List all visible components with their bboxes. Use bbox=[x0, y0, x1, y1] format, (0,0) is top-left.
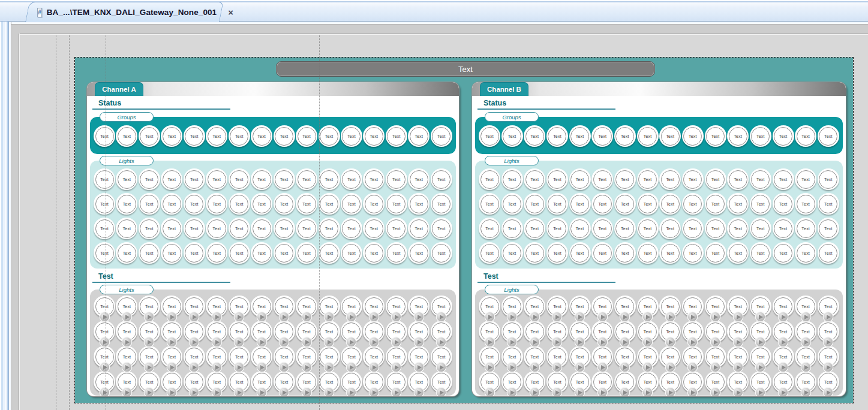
test-light-button[interactable]: Text bbox=[750, 321, 771, 342]
test-light-button[interactable]: Text bbox=[569, 321, 591, 342]
light-button[interactable]: Text bbox=[274, 218, 295, 239]
test-light-button[interactable]: Text bbox=[773, 296, 794, 317]
light-button[interactable]: Text bbox=[229, 193, 250, 215]
group-button[interactable]: Text bbox=[319, 125, 340, 147]
channel-a-panel[interactable]: Channel A Status Groups TextTextTextText… bbox=[87, 82, 459, 396]
light-button[interactable]: Text bbox=[614, 218, 636, 239]
test-light-button[interactable]: Text bbox=[727, 371, 749, 393]
light-button[interactable]: Text bbox=[363, 218, 385, 239]
light-button[interactable]: Text bbox=[184, 168, 205, 190]
test-light-button[interactable]: Text bbox=[546, 321, 568, 342]
light-button[interactable]: Text bbox=[773, 242, 794, 264]
test-light-button[interactable]: Text bbox=[116, 371, 137, 393]
light-button[interactable]: Text bbox=[659, 193, 681, 215]
test-light-button[interactable]: Text bbox=[591, 321, 613, 342]
light-button[interactable]: Text bbox=[546, 168, 568, 190]
light-button[interactable]: Text bbox=[659, 218, 681, 239]
group-button[interactable]: Text bbox=[251, 125, 272, 147]
light-button[interactable]: Text bbox=[206, 193, 227, 215]
test-light-button[interactable]: Text bbox=[501, 296, 523, 317]
test-light-button[interactable]: Text bbox=[408, 371, 430, 393]
test-light-button[interactable]: Text bbox=[818, 346, 839, 367]
test-light-button[interactable]: Text bbox=[705, 296, 726, 317]
light-button[interactable]: Text bbox=[773, 218, 794, 239]
light-button[interactable]: Text bbox=[274, 168, 295, 190]
group-button[interactable]: Text bbox=[139, 125, 160, 147]
light-button[interactable]: Text bbox=[591, 218, 613, 239]
test-light-button[interactable]: Text bbox=[116, 346, 137, 367]
test-light-button[interactable]: Text bbox=[94, 346, 115, 367]
test-light-button[interactable]: Text bbox=[659, 321, 681, 342]
light-button[interactable]: Text bbox=[795, 168, 816, 190]
light-button[interactable]: Text bbox=[795, 193, 816, 215]
light-button[interactable]: Text bbox=[206, 242, 227, 264]
test-light-button[interactable]: Text bbox=[591, 296, 613, 317]
light-button[interactable]: Text bbox=[818, 193, 839, 215]
group-button[interactable]: Text bbox=[206, 125, 227, 147]
light-button[interactable]: Text bbox=[161, 193, 182, 215]
test-light-button[interactable]: Text bbox=[659, 296, 681, 317]
test-light-button[interactable]: Text bbox=[363, 296, 385, 317]
test-light-button[interactable]: Text bbox=[341, 346, 362, 367]
light-button[interactable]: Text bbox=[569, 218, 591, 239]
group-button[interactable]: Text bbox=[659, 125, 681, 147]
light-button[interactable]: Text bbox=[614, 168, 636, 190]
light-button[interactable]: Text bbox=[705, 242, 726, 264]
group-button[interactable]: Text bbox=[795, 125, 816, 147]
test-light-button[interactable]: Text bbox=[116, 296, 137, 317]
test-light-button[interactable]: Text bbox=[705, 371, 726, 393]
light-button[interactable]: Text bbox=[341, 168, 362, 190]
light-button[interactable]: Text bbox=[386, 218, 407, 239]
group-button[interactable]: Text bbox=[818, 125, 839, 147]
light-button[interactable]: Text bbox=[363, 168, 385, 190]
light-button[interactable]: Text bbox=[614, 242, 636, 264]
light-button[interactable]: Text bbox=[637, 168, 659, 190]
test-light-button[interactable]: Text bbox=[274, 371, 295, 393]
light-button[interactable]: Text bbox=[682, 242, 704, 264]
light-button[interactable]: Text bbox=[727, 193, 749, 215]
test-light-button[interactable]: Text bbox=[591, 346, 613, 367]
test-light-button[interactable]: Text bbox=[750, 296, 771, 317]
test-light-button[interactable]: Text bbox=[773, 321, 794, 342]
light-button[interactable]: Text bbox=[184, 218, 205, 239]
test-light-button[interactable]: Text bbox=[386, 371, 407, 393]
light-button[interactable]: Text bbox=[727, 168, 749, 190]
test-light-button[interactable]: Text bbox=[524, 371, 545, 393]
light-button[interactable]: Text bbox=[501, 242, 523, 264]
group-button[interactable]: Text bbox=[591, 125, 613, 147]
group-button[interactable]: Text bbox=[116, 125, 137, 147]
light-button[interactable]: Text bbox=[229, 218, 250, 239]
test-light-button[interactable]: Text bbox=[479, 371, 500, 393]
light-button[interactable]: Text bbox=[818, 242, 839, 264]
test-light-button[interactable]: Text bbox=[386, 321, 407, 342]
light-button[interactable]: Text bbox=[296, 242, 317, 264]
group-button[interactable]: Text bbox=[296, 125, 317, 147]
light-button[interactable]: Text bbox=[659, 168, 681, 190]
test-light-button[interactable]: Text bbox=[501, 371, 523, 393]
light-button[interactable]: Text bbox=[569, 242, 591, 264]
test-light-button[interactable]: Text bbox=[569, 346, 591, 367]
light-button[interactable]: Text bbox=[705, 218, 726, 239]
light-button[interactable]: Text bbox=[431, 218, 452, 239]
test-light-button[interactable]: Text bbox=[251, 296, 272, 317]
test-light-button[interactable]: Text bbox=[139, 296, 160, 317]
light-button[interactable]: Text bbox=[139, 218, 160, 239]
test-light-button[interactable]: Text bbox=[251, 321, 272, 342]
test-light-button[interactable]: Text bbox=[773, 346, 794, 367]
light-button[interactable]: Text bbox=[139, 193, 160, 215]
test-light-button[interactable]: Text bbox=[408, 321, 430, 342]
light-button[interactable]: Text bbox=[341, 242, 362, 264]
test-light-button[interactable]: Text bbox=[296, 296, 317, 317]
test-light-button[interactable]: Text bbox=[795, 371, 816, 393]
channel-a-tab[interactable]: Channel A bbox=[95, 82, 143, 96]
test-light-button[interactable]: Text bbox=[319, 346, 340, 367]
light-button[interactable]: Text bbox=[408, 218, 430, 239]
light-button[interactable]: Text bbox=[546, 218, 568, 239]
test-light-button[interactable]: Text bbox=[431, 321, 452, 342]
light-button[interactable]: Text bbox=[94, 218, 115, 239]
light-button[interactable]: Text bbox=[116, 242, 137, 264]
test-light-button[interactable]: Text bbox=[479, 296, 500, 317]
test-light-button[interactable]: Text bbox=[274, 296, 295, 317]
light-button[interactable]: Text bbox=[501, 218, 523, 239]
test-light-button[interactable]: Text bbox=[161, 296, 182, 317]
